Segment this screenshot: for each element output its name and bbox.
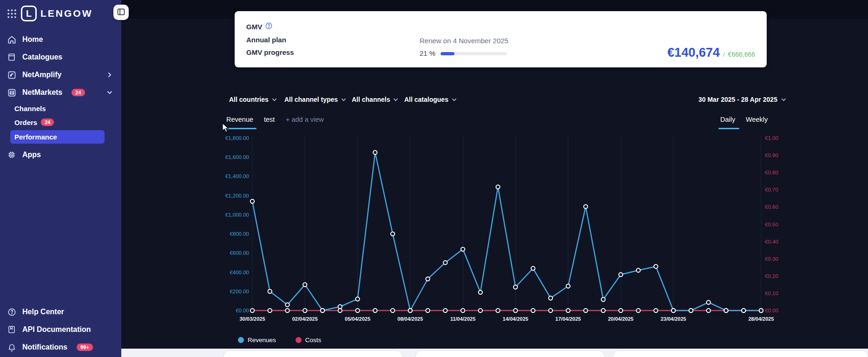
- gmv-progress-label: GMV progress: [246, 48, 294, 56]
- legend-item-revenues[interactable]: Revenues: [238, 337, 276, 344]
- revenues-dot-icon: [238, 337, 244, 343]
- sidebar-item-label: Performance: [14, 133, 57, 141]
- gmv-separator: /: [723, 51, 725, 58]
- date-range-picker[interactable]: 30 Mar 2025 - 28 Apr 2025: [698, 96, 786, 103]
- filter-label: All channels: [352, 96, 390, 103]
- svg-text:€0.10: €0.10: [765, 291, 778, 296]
- sidebar-item-label: Channels: [14, 105, 46, 112]
- help-icon: [7, 308, 17, 317]
- svg-text:€0.80: €0.80: [765, 170, 778, 175]
- filter-all-catalogues[interactable]: All catalogues: [404, 96, 457, 103]
- sidebar-item-notifications[interactable]: Notifications 99+: [0, 338, 121, 356]
- svg-text:05/04/2025: 05/04/2025: [345, 316, 370, 322]
- svg-text:€400.00: €400.00: [230, 270, 249, 275]
- apps-icon: [7, 151, 17, 159]
- lengow-logo[interactable]: L LENGOW: [21, 6, 93, 21]
- legend-label: Revenues: [248, 337, 276, 344]
- legend-label: Costs: [305, 337, 322, 344]
- panel-collapse-icon: [117, 8, 125, 17]
- svg-text:€1,200.00: €1,200.00: [225, 193, 249, 198]
- sidebar-item-channels[interactable]: Channels: [0, 101, 121, 115]
- svg-text:€0.20: €0.20: [765, 273, 778, 279]
- svg-text:23/04/2025: 23/04/2025: [661, 316, 686, 322]
- svg-text:11/04/2025: 11/04/2025: [450, 316, 475, 322]
- bottom-card: [415, 350, 605, 357]
- sidebar-item-label: Notifications: [22, 343, 67, 351]
- filter-all-channels[interactable]: All channels: [352, 96, 398, 103]
- gmv-current-value: €140,674: [667, 46, 720, 60]
- sidebar-item-home[interactable]: Home: [0, 31, 121, 48]
- sidebar-item-api-documentation[interactable]: API Documentation: [0, 321, 121, 338]
- sidebar-item-label: NetMarkets: [22, 88, 62, 97]
- gmv-target-value: €666,666: [728, 51, 755, 58]
- tab-weekly[interactable]: Weekly: [746, 116, 768, 123]
- bottom-card: [224, 350, 402, 357]
- document-icon: [7, 325, 17, 334]
- legend-item-costs[interactable]: Costs: [296, 337, 322, 344]
- chevron-down-icon: [272, 97, 277, 102]
- filter-all-countries[interactable]: All countries: [229, 96, 277, 103]
- add-view-button[interactable]: + add a view: [286, 116, 324, 123]
- svg-text:€1,400.00: €1,400.00: [225, 173, 249, 179]
- sidebar-item-label: Apps: [22, 151, 41, 159]
- sidebar: L LENGOW Home Catalogues Net: [0, 0, 121, 357]
- tab-test[interactable]: test: [264, 116, 275, 123]
- annual-plan-label: Annual plan: [246, 36, 286, 44]
- chevron-down-icon: [781, 97, 786, 102]
- svg-text:€0.00: €0.00: [765, 308, 778, 313]
- tab-revenue[interactable]: Revenue: [226, 116, 253, 123]
- sidebar-nav: Home Catalogues NetAmplify: [0, 31, 121, 164]
- sidebar-item-label: API Documentation: [22, 325, 91, 334]
- sidebar-item-netamplify[interactable]: NetAmplify: [0, 66, 121, 84]
- svg-text:€0.70: €0.70: [765, 187, 778, 192]
- chart-legend: Revenues Costs: [238, 337, 321, 344]
- sidebar-item-label: Catalogues: [22, 53, 62, 61]
- sidebar-item-performance[interactable]: Performance: [10, 130, 105, 144]
- chevron-down-icon: [393, 97, 398, 102]
- sidebar-item-label: Home: [22, 35, 43, 44]
- netmarkets-badge: 24: [72, 89, 85, 96]
- app-window: L LENGOW Home Catalogues Net: [0, 0, 868, 357]
- svg-text:€200.00: €200.00: [230, 289, 249, 294]
- notifications-badge: 99+: [77, 344, 93, 351]
- sidebar-item-catalogues[interactable]: Catalogues: [0, 48, 121, 66]
- sidebar-item-label: Orders: [14, 119, 37, 126]
- sidebar-item-apps[interactable]: Apps: [0, 146, 121, 164]
- svg-text:02/04/2025: 02/04/2025: [292, 316, 318, 322]
- orders-badge: 24: [41, 119, 54, 126]
- sidebar-collapse-button[interactable]: [113, 5, 129, 20]
- bottom-cards-strip: [121, 349, 868, 357]
- date-range-label: 30 Mar 2025 - 28 Apr 2025: [698, 96, 777, 103]
- filter-label: All countries: [229, 96, 269, 103]
- filter-label: All channel types: [284, 96, 338, 103]
- mouse-cursor: [222, 123, 231, 133]
- svg-text:28/04/2025: 28/04/2025: [748, 316, 774, 322]
- sidebar-item-help-center[interactable]: Help Center: [0, 303, 121, 321]
- filter-label: All catalogues: [404, 96, 448, 103]
- bottom-card: [613, 350, 868, 357]
- sidebar-item-netmarkets[interactable]: NetMarkets 24: [0, 84, 121, 101]
- svg-text:€0.90: €0.90: [765, 152, 778, 158]
- svg-text:€1,000.00: €1,000.00: [225, 212, 249, 218]
- tab-daily[interactable]: Daily: [720, 116, 735, 123]
- svg-text:€600.00: €600.00: [230, 250, 249, 256]
- svg-text:€0.00: €0.00: [236, 308, 249, 313]
- svg-text:€0.40: €0.40: [765, 239, 778, 245]
- gmv-progress-bar: [441, 52, 507, 55]
- svg-text:€1,800.00: €1,800.00: [225, 135, 249, 141]
- app-grid-icon[interactable]: [7, 9, 17, 19]
- svg-text:€0.60: €0.60: [765, 204, 778, 210]
- costs-dot-icon: [296, 337, 302, 343]
- chevron-down-icon: [452, 97, 457, 102]
- svg-text:17/04/2025: 17/04/2025: [555, 316, 581, 322]
- daily-tab-underline: [718, 128, 739, 129]
- netamplify-icon: [7, 71, 17, 79]
- filter-all-channel-types[interactable]: All channel types: [284, 96, 346, 103]
- gmv-help-icon[interactable]: [265, 22, 272, 31]
- svg-text:€0.50: €0.50: [765, 222, 778, 227]
- gmv-card: GMV Annual plan GMV progress Renew on 4 …: [235, 11, 767, 67]
- chevron-down-icon: [341, 97, 346, 102]
- svg-text:08/04/2025: 08/04/2025: [397, 316, 423, 322]
- sidebar-item-orders[interactable]: Orders 24: [0, 115, 121, 129]
- home-icon: [7, 35, 17, 44]
